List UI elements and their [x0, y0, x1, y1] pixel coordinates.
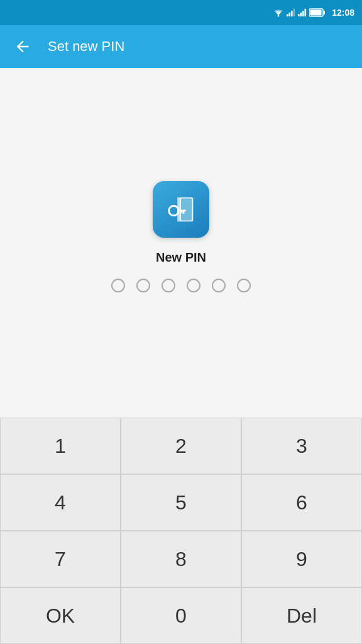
key-1[interactable]: 1 [0, 418, 121, 474]
key-del[interactable]: Del [241, 587, 362, 644]
keypad: 1 2 3 4 5 6 7 8 9 OK 0 Del [0, 418, 362, 644]
svg-rect-7 [302, 11, 304, 16]
app-icon [153, 181, 209, 238]
svg-rect-2 [289, 13, 291, 16]
key-door-icon [163, 191, 199, 228]
keypad-row-2: 4 5 6 [0, 474, 362, 531]
svg-rect-10 [324, 11, 326, 14]
key-5[interactable]: 5 [121, 474, 241, 531]
app-bar-title: Set new PIN [48, 38, 124, 55]
key-2[interactable]: 2 [121, 418, 241, 474]
key-7[interactable]: 7 [0, 531, 121, 587]
pin-label: New PIN [156, 250, 206, 265]
status-bar: 12:08 [0, 0, 362, 25]
status-icons: 12:08 [273, 8, 354, 18]
keypad-row-1: 1 2 3 [0, 418, 362, 474]
back-button[interactable] [10, 34, 35, 59]
pin-dot-3 [162, 279, 175, 292]
pin-dot-4 [187, 279, 200, 292]
status-time: 12:08 [332, 8, 354, 18]
pin-dot-1 [111, 279, 125, 292]
main-content: New PIN [0, 68, 362, 418]
svg-point-15 [169, 206, 178, 215]
signal-icon [287, 8, 295, 17]
svg-rect-1 [287, 14, 288, 17]
app-bar: Set new PIN [0, 25, 362, 68]
key-4[interactable]: 4 [0, 474, 121, 531]
svg-rect-3 [291, 11, 293, 16]
key-8[interactable]: 8 [121, 531, 241, 587]
key-9[interactable]: 9 [241, 531, 362, 587]
svg-rect-4 [293, 9, 295, 16]
keypad-row-4: OK 0 Del [0, 587, 362, 644]
svg-rect-5 [298, 14, 300, 17]
svg-rect-11 [310, 10, 322, 16]
svg-rect-8 [305, 9, 307, 16]
key-6[interactable]: 6 [241, 474, 362, 531]
keypad-row-3: 7 8 9 [0, 531, 362, 587]
pin-dot-5 [212, 279, 226, 292]
pin-dot-2 [136, 279, 150, 292]
svg-rect-6 [300, 13, 302, 16]
key-0[interactable]: 0 [121, 587, 241, 644]
battery-icon [309, 8, 326, 17]
svg-rect-13 [181, 198, 192, 220]
svg-point-0 [278, 15, 280, 17]
pin-dots [111, 279, 251, 292]
wifi-icon [273, 8, 284, 17]
pin-dot-6 [237, 279, 251, 292]
key-ok[interactable]: OK [0, 587, 121, 644]
signal-r-icon [298, 8, 307, 17]
key-3[interactable]: 3 [241, 418, 362, 474]
